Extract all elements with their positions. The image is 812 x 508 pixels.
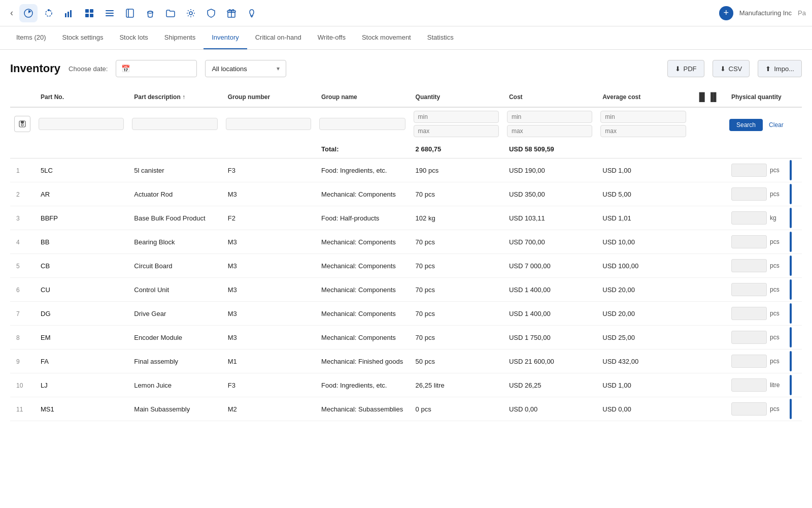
svg-rect-5 bbox=[70, 10, 72, 17]
phys-qty-input[interactable] bbox=[731, 259, 767, 272]
export-csv-button[interactable]: ⬇ CSV bbox=[713, 60, 750, 77]
part-desc: Bearing Block bbox=[128, 230, 221, 254]
chart-icon[interactable] bbox=[60, 4, 78, 22]
group-num: M3 bbox=[222, 326, 315, 350]
row-indicator-cell bbox=[790, 397, 802, 421]
part-no: FA bbox=[41, 358, 49, 365]
svg-point-15 bbox=[148, 11, 153, 13]
phys-qty-input[interactable] bbox=[731, 283, 767, 296]
upload-icon: ⬆ bbox=[765, 65, 771, 73]
row-indicator-cell bbox=[790, 230, 802, 254]
group-num: F2 bbox=[222, 206, 315, 230]
book-icon[interactable] bbox=[121, 4, 139, 22]
avg-cost: USD 432,00 bbox=[596, 350, 690, 373]
row-indicator-bar bbox=[790, 375, 792, 395]
bucket-icon[interactable] bbox=[141, 4, 159, 22]
phys-qty-cell: pcs bbox=[725, 254, 790, 278]
col-part-desc[interactable]: Part description ↑ bbox=[128, 87, 221, 107]
phys-qty-input[interactable] bbox=[731, 355, 767, 368]
settings-icon[interactable] bbox=[182, 4, 200, 22]
tab-stock-settings[interactable]: Stock settings bbox=[54, 26, 112, 49]
table-row: 11 MS1 Main Subassembly M2 Mechanical: S… bbox=[10, 397, 802, 421]
date-picker[interactable]: 📅 bbox=[116, 60, 197, 77]
filter-cost-min[interactable] bbox=[507, 111, 592, 123]
tab-critical[interactable]: Critical on-hand bbox=[247, 26, 310, 49]
tab-inventory[interactable]: Inventory bbox=[204, 26, 247, 49]
part-no: DG bbox=[41, 310, 51, 318]
unit-label: pcs bbox=[770, 334, 780, 341]
unit-label: litre bbox=[770, 382, 780, 389]
tab-writeoffs[interactable]: Write-offs bbox=[310, 26, 354, 49]
export-pdf-button[interactable]: ⬇ PDF bbox=[667, 60, 704, 77]
back-button[interactable]: ‹ bbox=[6, 5, 17, 21]
gift-icon[interactable] bbox=[222, 4, 241, 22]
phys-qty-cell: pcs bbox=[725, 326, 790, 350]
group-name: Mechanical: Subassemblies bbox=[315, 397, 410, 421]
phys-qty-input[interactable] bbox=[731, 164, 767, 177]
filter-group-name[interactable] bbox=[319, 118, 405, 130]
location-value: All locations bbox=[212, 65, 247, 73]
phys-qty-input[interactable] bbox=[731, 235, 767, 248]
phys-qty-input[interactable] bbox=[731, 378, 767, 392]
col-indicator bbox=[790, 87, 802, 107]
col-cost: Cost bbox=[503, 87, 596, 107]
calendar-icon: 📅 bbox=[121, 65, 130, 73]
group-name: Mechanical: Components bbox=[315, 302, 410, 326]
tab-statistics[interactable]: Statistics bbox=[419, 26, 462, 49]
barcode-cell bbox=[690, 206, 725, 230]
cost: USD 26,25 bbox=[503, 373, 596, 397]
clear-button[interactable]: Clear bbox=[767, 119, 786, 131]
barcode-cell bbox=[690, 326, 725, 350]
tab-stock-movement[interactable]: Stock movement bbox=[354, 26, 419, 49]
quantity: 50 pcs bbox=[410, 350, 503, 373]
filter-avg-cost-max[interactable] bbox=[600, 125, 686, 137]
filter-cost-max[interactable] bbox=[507, 125, 592, 137]
unit-label: kg bbox=[770, 214, 776, 221]
bulb-icon[interactable] bbox=[243, 4, 261, 22]
unit-label: pcs bbox=[770, 286, 780, 293]
phys-qty-input[interactable] bbox=[731, 307, 767, 320]
tab-shipments[interactable]: Shipments bbox=[156, 26, 204, 49]
filter-part-no[interactable] bbox=[39, 118, 124, 130]
folder-icon[interactable] bbox=[161, 4, 180, 22]
filter-quantity-max[interactable] bbox=[414, 125, 499, 137]
phys-qty-input[interactable] bbox=[731, 402, 767, 416]
row-number: 3 bbox=[16, 215, 20, 222]
save-filter-button[interactable] bbox=[14, 116, 30, 132]
filter-part-desc[interactable] bbox=[132, 118, 217, 130]
row-indicator-bar bbox=[790, 399, 792, 419]
add-button[interactable]: + bbox=[719, 6, 733, 20]
svg-rect-4 bbox=[67, 12, 69, 17]
tab-items[interactable]: Items (20) bbox=[8, 26, 54, 49]
page-title: Inventory bbox=[10, 62, 60, 75]
import-button[interactable]: ⬆ Impo... bbox=[758, 60, 802, 77]
filter-group-num[interactable] bbox=[226, 118, 311, 130]
filter-quantity-min[interactable] bbox=[414, 111, 499, 123]
col-group-name: Group name bbox=[315, 87, 410, 107]
refresh-icon[interactable] bbox=[40, 4, 58, 22]
row-indicator-cell bbox=[790, 326, 802, 350]
svg-rect-12 bbox=[106, 15, 114, 16]
dashboard-icon[interactable] bbox=[19, 4, 38, 22]
tab-stock-lots[interactable]: Stock lots bbox=[111, 26, 156, 49]
group-num: M3 bbox=[222, 278, 315, 302]
filter-avg-cost-min[interactable] bbox=[600, 111, 686, 123]
top-toolbar: ‹ bbox=[0, 0, 812, 26]
part-desc: Encoder Module bbox=[128, 326, 221, 350]
phys-qty-input[interactable] bbox=[731, 211, 767, 225]
grid-icon[interactable] bbox=[80, 4, 98, 22]
shield-icon[interactable] bbox=[202, 4, 220, 22]
phys-qty-input[interactable] bbox=[731, 187, 767, 201]
row-indicator-bar bbox=[790, 160, 792, 180]
svg-point-2 bbox=[48, 9, 50, 11]
total-row: Total: 2 680,75 USD 58 509,59 bbox=[10, 140, 802, 158]
barcode-cell bbox=[690, 302, 725, 326]
search-button[interactable]: Search bbox=[729, 119, 763, 131]
quantity: 70 pcs bbox=[410, 254, 503, 278]
list-icon[interactable] bbox=[100, 4, 119, 22]
svg-rect-23 bbox=[21, 121, 24, 123]
phys-qty-input[interactable] bbox=[731, 331, 767, 344]
location-select[interactable]: All locations ▾ bbox=[205, 60, 286, 77]
unit-label: pcs bbox=[770, 262, 780, 269]
export-pdf-label: PDF bbox=[684, 65, 697, 73]
